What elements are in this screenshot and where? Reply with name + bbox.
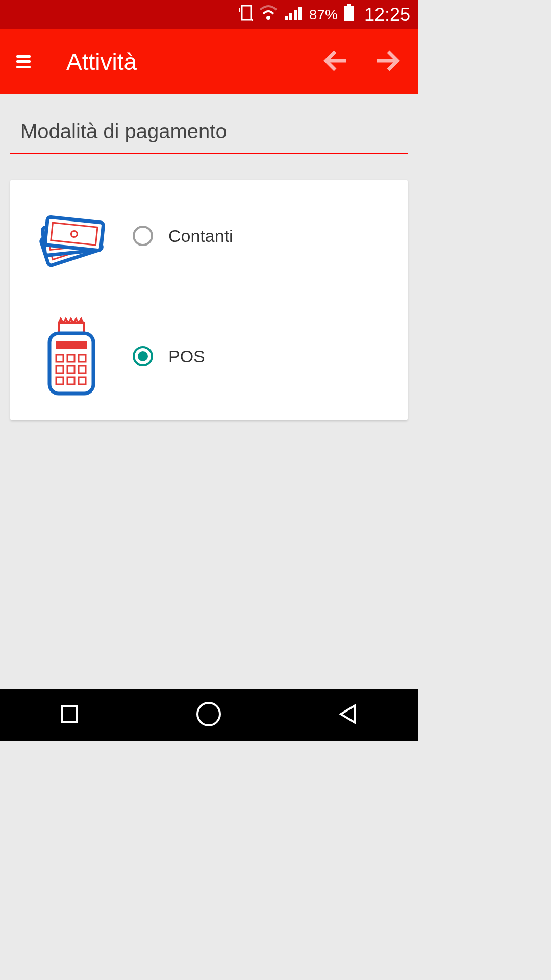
wifi-icon <box>258 5 279 24</box>
content-area: Modalità di pagamento <box>0 94 418 440</box>
svg-point-3 <box>266 16 270 20</box>
battery-icon <box>343 3 355 26</box>
svg-rect-5 <box>289 13 292 20</box>
svg-marker-35 <box>341 705 355 723</box>
svg-rect-4 <box>285 16 288 20</box>
menu-icon[interactable] <box>15 52 36 72</box>
svg-rect-23 <box>56 341 87 349</box>
recent-apps-button[interactable] <box>57 701 82 729</box>
svg-rect-6 <box>294 10 297 20</box>
back-arrow-button[interactable] <box>321 45 352 78</box>
vibrate-icon <box>239 4 253 26</box>
back-button[interactable] <box>336 701 361 729</box>
option-label-cash: Contanti <box>168 226 233 246</box>
svg-point-34 <box>197 703 220 725</box>
section-title: Modalità di pagamento <box>10 115 408 154</box>
svg-rect-9 <box>347 4 351 6</box>
svg-rect-33 <box>62 706 77 722</box>
svg-rect-7 <box>298 7 302 20</box>
system-nav-bar <box>0 689 418 741</box>
battery-percentage: 87% <box>309 7 338 23</box>
option-label-pos: POS <box>168 347 205 366</box>
svg-rect-8 <box>344 6 354 21</box>
signal-icon <box>284 5 304 24</box>
radio-pos[interactable] <box>133 346 153 366</box>
clock: 12:25 <box>364 4 410 26</box>
home-button[interactable] <box>195 700 222 730</box>
app-bar: Attività <box>0 29 418 94</box>
payment-option-cash[interactable]: Contanti <box>10 180 408 292</box>
svg-rect-0 <box>242 6 251 20</box>
forward-arrow-button[interactable] <box>372 45 403 78</box>
radio-cash[interactable] <box>133 226 153 246</box>
cash-icon <box>26 200 117 272</box>
pos-terminal-icon <box>26 313 117 400</box>
payment-option-pos[interactable]: POS <box>26 292 392 420</box>
payment-options-card: Contanti <box>10 180 408 420</box>
page-title: Attività <box>66 48 321 76</box>
status-bar: 87% 12:25 <box>0 0 418 29</box>
